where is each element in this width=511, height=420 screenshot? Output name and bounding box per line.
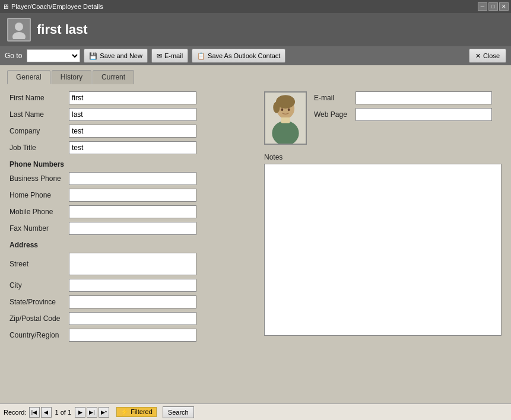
- webpage-row: Web Page: [314, 108, 492, 121]
- email-row: E-mail: [314, 91, 492, 104]
- title-bar-controls[interactable]: ─ □ ✕: [478, 2, 509, 11]
- state-province-row: State/Province: [9, 295, 255, 308]
- fax-number-row: Fax Number: [9, 222, 255, 235]
- country-region-input[interactable]: [69, 329, 196, 342]
- state-province-input[interactable]: [69, 295, 196, 308]
- tab-current[interactable]: Current: [93, 70, 134, 84]
- last-name-label: Last Name: [9, 110, 69, 119]
- state-province-label: State/Province: [9, 298, 69, 306]
- prev-record-button[interactable]: ◀: [41, 407, 52, 418]
- goto-label: Go to: [5, 52, 22, 60]
- last-name-row: Last Name: [9, 108, 255, 121]
- company-row: Company: [9, 125, 255, 138]
- email-button[interactable]: ✉ E-mail: [151, 49, 188, 63]
- save-outlook-button[interactable]: 📋 Save As Outlook Contact: [192, 49, 285, 63]
- business-phone-label: Business Phone: [9, 174, 69, 183]
- mobile-phone-row: Mobile Phone: [9, 205, 255, 218]
- save-icon: 💾: [89, 52, 97, 60]
- save-new-button[interactable]: 💾 Save and New: [84, 49, 148, 63]
- first-name-input[interactable]: [69, 91, 196, 104]
- tab-history[interactable]: History: [52, 70, 91, 84]
- mobile-phone-input[interactable]: [69, 205, 196, 218]
- street-row: Street: [9, 253, 255, 275]
- title-bar-text: Player/Coach/Employee Details: [11, 3, 103, 10]
- first-name-row: First Name: [9, 91, 255, 104]
- filter-icon: ⚡: [120, 408, 129, 415]
- main-content: First Name Last Name Company Job Title P…: [0, 84, 511, 403]
- svg-rect-8: [281, 117, 290, 123]
- home-phone-input[interactable]: [69, 189, 196, 202]
- tab-general[interactable]: General: [7, 70, 50, 84]
- form-layout: First Name Last Name Company Job Title P…: [9, 91, 502, 345]
- webpage-input[interactable]: [356, 108, 492, 121]
- city-label: City: [9, 281, 69, 289]
- right-column: E-mail Web Page Notes: [264, 91, 502, 345]
- job-title-input[interactable]: [69, 141, 196, 154]
- header-title: first last: [37, 22, 88, 37]
- new-record-button[interactable]: ▶*: [99, 407, 109, 418]
- company-input[interactable]: [69, 125, 196, 138]
- close-titlebar-button[interactable]: ✕: [499, 2, 509, 11]
- email-icon: ✉: [157, 52, 162, 60]
- street-label: Street: [9, 260, 69, 268]
- left-column: First Name Last Name Company Job Title P…: [9, 91, 255, 345]
- search-button[interactable]: Search: [163, 406, 194, 418]
- business-phone-input[interactable]: [69, 172, 196, 185]
- company-label: Company: [9, 127, 69, 135]
- last-name-input[interactable]: [69, 108, 196, 121]
- photo-box: [264, 91, 307, 145]
- contact-photo: [265, 93, 306, 144]
- email-label: E-mail: [314, 94, 356, 102]
- home-phone-row: Home Phone: [9, 189, 255, 202]
- svg-point-1: [15, 23, 23, 31]
- phone-section-header: Phone Numbers: [9, 160, 255, 168]
- home-phone-label: Home Phone: [9, 191, 69, 199]
- record-label: Record:: [4, 409, 27, 416]
- job-title-row: Job Title: [9, 141, 255, 154]
- right-top: E-mail Web Page: [264, 91, 502, 149]
- city-row: City: [9, 279, 255, 292]
- maximize-button[interactable]: □: [488, 2, 498, 11]
- zip-code-label: Zip/Postal Code: [9, 314, 69, 323]
- notes-textarea[interactable]: [264, 164, 502, 336]
- close-icon: ✕: [475, 52, 481, 60]
- header: first last: [0, 13, 511, 46]
- fax-number-label: Fax Number: [9, 224, 69, 233]
- street-input[interactable]: [69, 253, 196, 275]
- city-input[interactable]: [69, 279, 196, 292]
- filtered-badge: ⚡ Filtered: [116, 407, 157, 417]
- title-bar: 🖥 Player/Coach/Employee Details ─ □ ✕: [0, 0, 511, 13]
- svg-point-9: [281, 108, 283, 111]
- first-name-label: First Name: [9, 94, 69, 102]
- goto-select[interactable]: [27, 49, 80, 62]
- zip-code-input[interactable]: [69, 312, 196, 325]
- mobile-phone-label: Mobile Phone: [9, 208, 69, 216]
- last-record-button[interactable]: ▶|: [87, 407, 97, 418]
- email-webpage-fields: E-mail Web Page: [314, 91, 492, 149]
- address-section-header: Address: [9, 241, 255, 249]
- first-record-button[interactable]: |◀: [29, 407, 40, 418]
- country-region-row: Country/Region: [9, 329, 255, 342]
- app-icon: 🖥: [2, 3, 9, 10]
- country-region-label: Country/Region: [9, 331, 69, 339]
- title-bar-left: 🖥 Player/Coach/Employee Details: [2, 3, 103, 10]
- close-button[interactable]: ✕ Close: [469, 49, 506, 63]
- business-phone-row: Business Phone: [9, 172, 255, 185]
- job-title-label: Job Title: [9, 144, 69, 152]
- record-position: 1 of 1: [55, 409, 72, 416]
- status-bar: Record: |◀ ◀ 1 of 1 ▶ ▶| ▶* ⚡ Filtered S…: [0, 403, 511, 420]
- toolbar: Go to 💾 Save and New ✉ E-mail 📋 Save As …: [0, 46, 511, 65]
- record-navigation: |◀ ◀ 1 of 1 ▶ ▶| ▶*: [29, 407, 110, 418]
- next-record-button[interactable]: ▶: [75, 407, 85, 418]
- zip-code-row: Zip/Postal Code: [9, 312, 255, 325]
- minimize-button[interactable]: ─: [478, 2, 487, 11]
- svg-point-10: [288, 108, 290, 111]
- header-icon: [7, 18, 31, 42]
- webpage-label: Web Page: [314, 110, 356, 119]
- outlook-icon: 📋: [197, 52, 205, 60]
- email-input[interactable]: [356, 91, 492, 104]
- person-header-icon: [9, 20, 28, 39]
- svg-point-6: [273, 102, 280, 113]
- fax-number-input[interactable]: [69, 222, 196, 235]
- notes-label: Notes: [264, 153, 502, 161]
